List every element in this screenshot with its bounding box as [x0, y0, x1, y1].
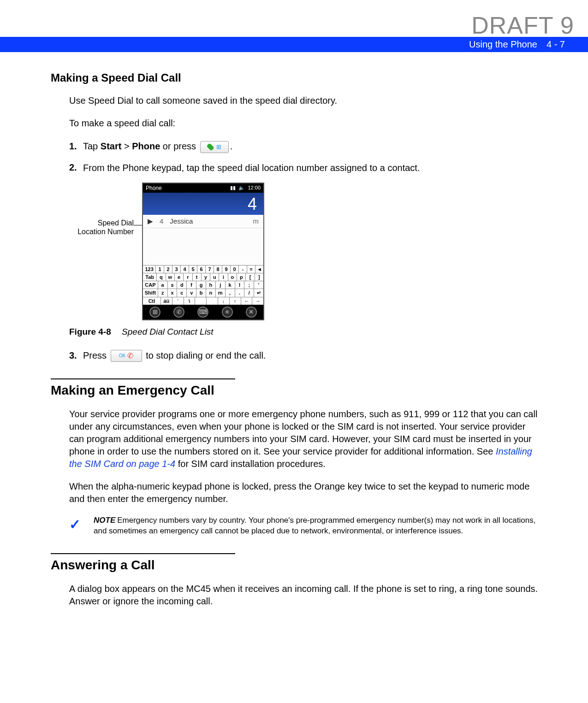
note-body: NOTEEmergency numbers vary by country. Y… [94, 515, 542, 537]
figure-4-8: Speed Dial Location Number Phone ▮▮ 🔈 12… [69, 183, 542, 320]
intro-text-1: Use Speed Dial to call someone saved in … [69, 95, 542, 107]
phone-bottom-bar: ⊞ ✆ ⌨ ≡ ✕ [143, 305, 263, 319]
text: > [121, 141, 132, 151]
speaker-icon: 🔈 [238, 185, 245, 191]
phone-titlebar: Phone ▮▮ 🔈 12:00 [143, 183, 263, 193]
draft-watermark: DRAFT 9 [471, 12, 574, 39]
text: Tap [83, 141, 101, 151]
entry-name: Jessica [170, 217, 193, 225]
page-number: 4 - 7 [546, 39, 565, 50]
kb-row3: CAPasdfghjkl;' [143, 281, 263, 289]
keyboard-icon: ⌨ [197, 307, 208, 318]
on-screen-keyboard: 1231234567890-=◄ Tabqwertyuiop[] CAPasdf… [143, 265, 263, 305]
signal-icon: ▮▮ [230, 185, 236, 191]
text: or press [160, 141, 198, 151]
step-num: 1. [69, 141, 83, 152]
end-call-button-icon: OK✆ [111, 350, 142, 362]
step-num: 2. [69, 162, 83, 173]
close-icon: ✕ [246, 307, 257, 318]
arrow-icon: ▶ [148, 217, 153, 225]
text: Your service provider programs one or mo… [69, 409, 537, 456]
entry-type: m [253, 217, 259, 225]
callout-line2: Location Number [77, 228, 134, 236]
checkmark-icon: ✓ [69, 516, 81, 532]
menu-icon: ≡ [222, 307, 233, 318]
callout-label: Speed Dial Location Number [69, 219, 134, 236]
note-block: ✓ NOTEEmergency numbers vary by country.… [69, 515, 542, 537]
page-header: Using the Phone 4 - 7 [0, 37, 588, 52]
step-2: 2. From the Phone keypad, tap the speed … [69, 161, 542, 174]
kb-row4: Shiftzxcvbnm,./↵ [143, 289, 263, 297]
text: . [230, 141, 233, 151]
phone-screenshot: Phone ▮▮ 🔈 12:00 4 ▶ 4 Jessica m 1231234… [142, 183, 264, 320]
dialed-number: 4 [143, 193, 263, 215]
section-divider [51, 553, 235, 554]
app-title: Phone [146, 185, 162, 191]
heading-speed-dial: Making a Speed Dial Call [51, 71, 542, 84]
kb-row1: 1231234567890-=◄ [143, 265, 263, 273]
note-label: NOTE [94, 516, 115, 525]
header-title: Using the Phone [469, 39, 537, 50]
callout-line1: Speed Dial [98, 219, 134, 227]
step-1-text: Tap Start > Phone or press . [83, 140, 542, 153]
section-divider [51, 378, 235, 379]
kb-row5: Ctláü`\ ↓↑←→ [143, 297, 263, 305]
intro-text-2: To make a speed dial call: [69, 117, 542, 130]
clock: 12:00 [248, 185, 261, 191]
figure-label: Figure 4-8 [69, 327, 111, 337]
step-num: 3. [69, 350, 83, 361]
bold-start: Start [101, 141, 122, 151]
heading-emergency: Making an Emergency Call [51, 383, 542, 398]
speed-dial-entry: ▶ 4 Jessica m [143, 215, 263, 228]
emergency-para-2: When the alpha-numeric keypad phone is l… [69, 480, 542, 505]
text: Press [83, 350, 109, 360]
ok-label: OK [119, 353, 125, 359]
note-text: Emergency numbers vary by country. Your … [94, 516, 535, 535]
figure-caption: Figure 4-8 Speed Dial Contact List [69, 327, 542, 337]
step-2-text: From the Phone keypad, tap the speed dia… [83, 161, 542, 174]
text: for SIM card installation procedures. [175, 459, 326, 469]
text: to stop dialing or end the call. [143, 350, 266, 360]
figure-title: Speed Dial Contact List [122, 327, 214, 337]
windows-icon: ⊞ [149, 307, 160, 318]
step-3-text: Press OK✆ to stop dialing or end the cal… [83, 349, 542, 362]
bold-phone: Phone [132, 141, 160, 151]
status-icons: ▮▮ 🔈 12:00 [230, 185, 261, 191]
step-1: 1. Tap Start > Phone or press . [69, 140, 542, 153]
callout-connector [134, 225, 142, 225]
kb-row2: Tabqwertyuiop[] [143, 273, 263, 281]
phone-icon: ✆ [173, 307, 184, 318]
hangup-icon: ✆ [127, 351, 133, 361]
answering-para-1: A dialog box appears on the MC45 when it… [69, 583, 542, 608]
step-3: 3. Press OK✆ to stop dialing or end the … [69, 349, 542, 362]
entry-num: 4 [160, 217, 163, 225]
emergency-para-1: Your service provider programs one or mo… [69, 408, 542, 470]
heading-answering: Answering a Call [51, 558, 542, 573]
blank-area [143, 228, 263, 265]
call-button-icon [200, 141, 229, 153]
